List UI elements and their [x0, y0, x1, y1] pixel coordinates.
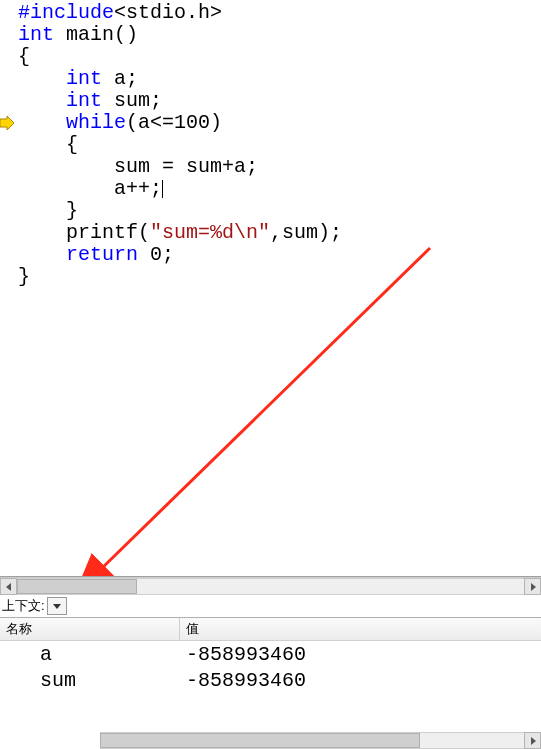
- code-token: a;: [102, 67, 138, 90]
- code-token: [18, 243, 66, 266]
- code-token: [18, 67, 66, 90]
- code-content: #include<stdio.h> int main() { int a; in…: [0, 0, 541, 288]
- text-caret-icon: [162, 180, 163, 198]
- column-header-value[interactable]: 值: [180, 618, 541, 640]
- current-line-arrow-icon: [0, 114, 16, 132]
- code-token: (a<=100): [126, 111, 222, 134]
- code-token: }: [18, 199, 78, 222]
- chevron-down-icon: [53, 602, 61, 610]
- svg-marker-3: [6, 583, 11, 591]
- column-header-name[interactable]: 名称: [0, 618, 180, 640]
- scroll-right-button[interactable]: [524, 732, 541, 749]
- svg-marker-6: [531, 737, 536, 745]
- code-token: return: [66, 243, 138, 266]
- variable-row[interactable]: a -858993460: [0, 641, 541, 667]
- scroll-right-button[interactable]: [524, 578, 541, 595]
- code-token: int: [18, 23, 54, 46]
- variable-value: -858993460: [180, 643, 541, 666]
- variables-pane[interactable]: a -858993460 sum -858993460: [0, 641, 541, 749]
- variable-name: sum: [0, 669, 180, 692]
- scroll-thumb[interactable]: [100, 733, 420, 748]
- code-token: sum;: [102, 89, 162, 112]
- code-token: int: [66, 67, 102, 90]
- code-token: <stdio.h>: [114, 1, 222, 24]
- svg-line-2: [100, 248, 430, 570]
- code-token: a++;: [18, 177, 162, 200]
- code-token: #include: [18, 1, 114, 24]
- code-token: [18, 89, 66, 112]
- code-token: int: [66, 89, 102, 112]
- code-token: {: [18, 45, 30, 68]
- scroll-left-button[interactable]: [0, 578, 17, 595]
- context-label: 上下文:: [2, 597, 45, 615]
- code-token: printf(: [18, 221, 150, 244]
- variable-value: -858993460: [180, 669, 541, 692]
- scroll-track[interactable]: [100, 732, 524, 749]
- scroll-track[interactable]: [17, 578, 524, 595]
- code-token: while: [66, 111, 126, 134]
- code-token: "sum=%d\n": [150, 221, 270, 244]
- code-token: main(): [54, 23, 138, 46]
- code-token: }: [18, 265, 30, 288]
- code-token: [18, 111, 66, 134]
- svg-marker-4: [531, 583, 536, 591]
- editor-horizontal-scrollbar[interactable]: [0, 577, 541, 595]
- variables-horizontal-scrollbar[interactable]: [0, 732, 541, 749]
- variable-name: a: [0, 643, 180, 666]
- context-dropdown[interactable]: [47, 597, 67, 615]
- code-token: 0;: [138, 243, 174, 266]
- svg-marker-5: [53, 604, 61, 609]
- variable-row[interactable]: sum -858993460: [0, 667, 541, 693]
- context-bar: 上下文:: [0, 595, 541, 618]
- code-editor[interactable]: #include<stdio.h> int main() { int a; in…: [0, 0, 541, 577]
- code-token: sum = sum+a;: [18, 155, 258, 178]
- svg-marker-0: [0, 116, 14, 130]
- scroll-thumb[interactable]: [17, 579, 137, 594]
- variables-header: 名称 值: [0, 618, 541, 641]
- code-token: ,sum);: [270, 221, 342, 244]
- code-token: {: [18, 133, 78, 156]
